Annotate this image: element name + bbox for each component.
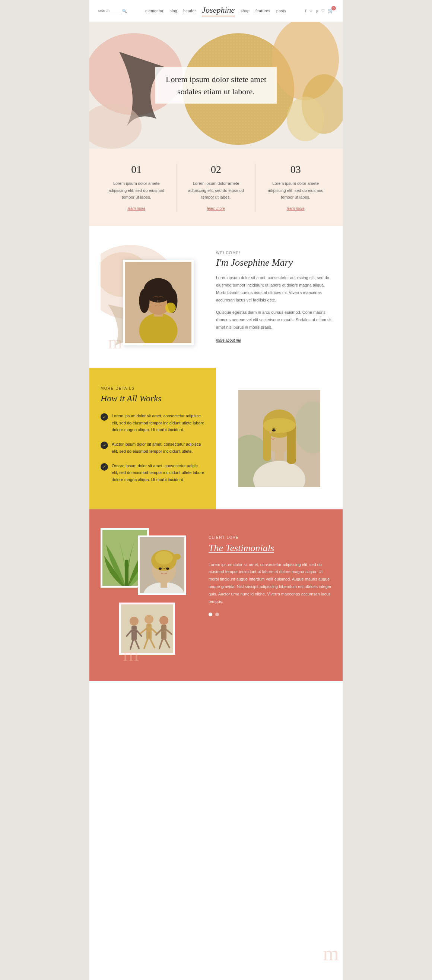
how-check-2: ✓ <box>100 442 108 449</box>
about-portrait-photo <box>123 260 194 345</box>
nav-link-features[interactable]: features <box>256 9 270 13</box>
svg-point-43 <box>159 568 162 570</box>
svg-point-17 <box>139 289 149 313</box>
svg-rect-54 <box>146 624 152 640</box>
navbar: 🔍 elementor blog header Josephine shop f… <box>89 0 343 22</box>
about-images: m <box>100 245 205 349</box>
how-works-photo <box>238 390 320 487</box>
testi-dot-2[interactable] <box>215 612 219 616</box>
heart-icon[interactable]: ♡ <box>321 9 325 13</box>
feature-text-1: Lorem ipsum dolor amete adipiscing elit,… <box>104 180 169 201</box>
hero-text-overlay: Lorem ipsum dolor sitete amet sodales et… <box>155 67 277 103</box>
hero-text-box: Lorem ipsum dolor sitete amet sodales et… <box>155 67 277 103</box>
hero-section: Lorem ipsum dolor sitete amet sodales et… <box>89 22 343 149</box>
svg-point-30 <box>263 418 296 433</box>
how-works-watermark: m <box>323 942 339 965</box>
feature-number-2: 02 <box>184 164 248 175</box>
nav-link-elementor[interactable]: elementor <box>145 9 164 13</box>
testimonials-text: Lorem ipsum dolor sit amet, consectetur … <box>208 561 332 606</box>
how-works-left: MORE DETAILS How it All Works ✓ Lorem ip… <box>89 368 216 509</box>
feature-item-3: 03 Lorem ipsum dolor amete adipiscing el… <box>256 164 335 211</box>
feature-item-2: 02 Lorem ipsum dolor amete adipiscing el… <box>176 164 256 211</box>
testimonials-photos: m <box>100 528 197 662</box>
testimonials-dots <box>208 612 332 616</box>
how-item-1: ✓ Lorem ipsum dolor sit amet, consectetu… <box>100 412 205 433</box>
feature-text-2: Lorem ipsum dolor amete adipiscing elit,… <box>184 180 248 201</box>
svg-point-19 <box>165 302 176 313</box>
about-text-content: WELCOME! I'm Josephine Mary Lorem ipsum … <box>216 251 332 343</box>
testimonials-content: CLIENT LOVE The Testimonials Lorem ipsum… <box>208 528 332 662</box>
hero-title: Lorem ipsum dolor sitete amet sodales et… <box>166 73 266 98</box>
cart-badge: 0 <box>332 6 336 10</box>
page-wrapper: 🔍 elementor blog header Josephine shop f… <box>89 0 343 980</box>
nav-link-shop[interactable]: shop <box>241 9 249 13</box>
svg-point-47 <box>130 617 138 626</box>
cart-icon[interactable]: 🛒 0 <box>328 8 334 14</box>
nav-center-links: elementor blog header Josephine shop fea… <box>145 5 286 16</box>
about-section: m WELCOME! I'm Josephine Mary Lorem ipsu… <box>89 226 343 368</box>
testimonials-section: m CLIENT LOVE The Testimonials Lorem ips… <box>89 509 343 681</box>
how-works-right: m <box>216 368 343 509</box>
svg-point-6 <box>287 97 324 141</box>
feature-link-1[interactable]: learn more <box>127 207 145 210</box>
about-para-1: Lorem ipsum dolor sit amet, consectetur … <box>216 274 332 304</box>
about-para-2: Quisque egestas diam in arcu cursus euis… <box>216 309 332 331</box>
nav-search-area: 🔍 <box>98 9 127 13</box>
svg-point-53 <box>145 615 153 624</box>
how-check-1: ✓ <box>100 413 108 421</box>
search-icon: 🔍 <box>122 9 127 13</box>
testimonials-title: The Testimonials <box>208 542 332 554</box>
how-works-section: MORE DETAILS How it All Works ✓ Lorem ip… <box>89 368 343 509</box>
how-item-text-1: Lorem ipsum dolor sit amet, consectetur … <box>112 412 205 433</box>
about-more-link[interactable]: more about me <box>216 338 241 342</box>
how-check-3: ✓ <box>100 463 108 471</box>
how-item-text-3: Ornare ipsum dolor sit amet, consectetur… <box>112 463 205 483</box>
svg-rect-60 <box>161 625 167 640</box>
nav-social-icons: f ☆ p ♡ 🛒 0 <box>305 8 334 14</box>
svg-point-31 <box>272 429 276 431</box>
svg-point-41 <box>155 551 173 565</box>
checkmark-icon-3: ✓ <box>103 464 106 469</box>
instagram-icon[interactable]: ☆ <box>309 9 313 13</box>
feature-number-1: 01 <box>104 164 169 175</box>
checkmark-icon-1: ✓ <box>103 415 106 420</box>
nav-link-blog[interactable]: blog <box>170 9 177 13</box>
how-works-subtitle: MORE DETAILS <box>100 387 205 390</box>
how-item-3: ✓ Ornare ipsum dolor sit amet, consectet… <box>100 463 205 483</box>
feature-text-3: Lorem ipsum dolor amete adipiscing elit,… <box>263 180 328 201</box>
svg-rect-34 <box>125 560 129 588</box>
nav-link-posts[interactable]: posts <box>276 9 286 13</box>
svg-rect-48 <box>132 626 137 641</box>
feature-link-3[interactable]: learn more <box>287 207 305 210</box>
svg-point-59 <box>159 616 168 625</box>
testimonials-label: CLIENT LOVE <box>208 535 332 539</box>
facebook-icon[interactable]: f <box>305 9 307 13</box>
feature-item-1: 01 Lorem ipsum dolor amete adipiscing el… <box>97 164 176 211</box>
testimonials-photo-2 <box>138 535 186 595</box>
feature-link-2[interactable]: learn more <box>207 207 225 210</box>
about-name-heading: I'm Josephine Mary <box>216 257 332 268</box>
features-strip: 01 Lorem ipsum dolor amete adipiscing el… <box>89 149 343 226</box>
testimonials-title-highlight: Testimonials <box>226 542 275 554</box>
testi-dot-1[interactable] <box>208 612 212 616</box>
feature-number-3: 03 <box>263 164 328 175</box>
search-input[interactable] <box>98 9 121 13</box>
how-works-title: How it All Works <box>100 393 205 404</box>
checkmark-icon-2: ✓ <box>103 443 106 448</box>
pinterest-icon[interactable]: p <box>316 9 318 13</box>
how-item-2: ✓ Auctor ipsum dolor sit amet, consectet… <box>100 441 205 455</box>
how-item-text-2: Auctor ipsum dolor sit amet, consectetur… <box>112 441 205 455</box>
nav-link-header[interactable]: header <box>183 9 196 13</box>
about-welcome-label: WELCOME! <box>216 251 332 255</box>
nav-brand[interactable]: Josephine <box>202 5 235 16</box>
testimonials-watermark: m <box>123 643 139 666</box>
svg-point-42 <box>173 554 181 560</box>
